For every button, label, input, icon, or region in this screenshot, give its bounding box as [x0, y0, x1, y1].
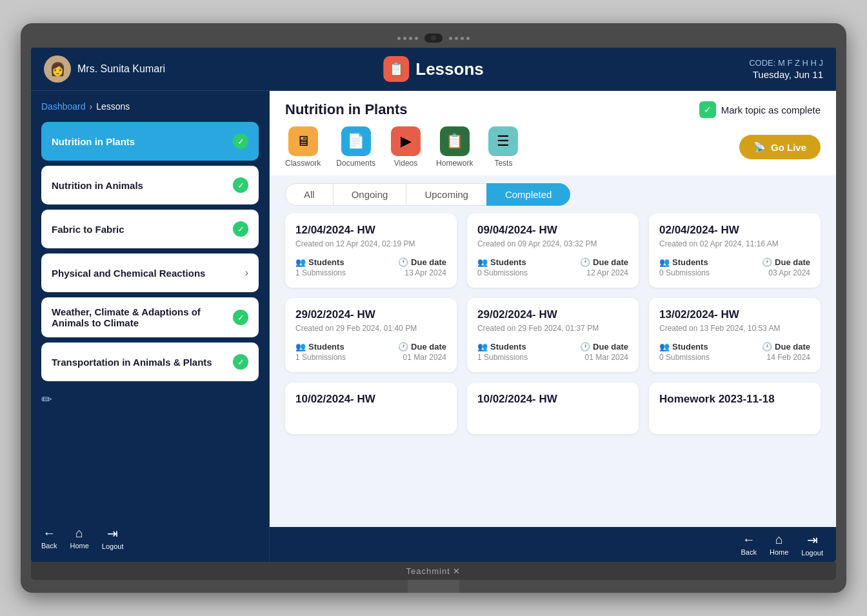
cards-area: 12/04/2024- HW Created on 12 Apr 2024, 0…: [270, 214, 836, 527]
hw-card-date: Created on 13 Feb 2024, 10:53 AM: [659, 324, 810, 333]
hw-card-bottom: 👥 Students 1 Submissions 🕐 Due date 13 A…: [295, 257, 446, 277]
content-header: Nutrition in Plants ✓ Mark topic as comp…: [270, 91, 836, 175]
sidebar-item-transportation[interactable]: Transportation in Animals & Plants ✓: [41, 343, 259, 381]
hw-card-1[interactable]: 12/04/2024- HW Created on 12 Apr 2024, 0…: [285, 214, 457, 288]
toolbar-tests[interactable]: ☰ Tests: [488, 126, 518, 168]
nav-home[interactable]: ⌂ Home: [70, 526, 88, 550]
sidebar-item-weather[interactable]: Weather, Climate & Adaptions of Animals …: [41, 297, 259, 337]
mark-complete-label: Mark topic as complete: [721, 104, 821, 115]
hw-card-bottom: 👥 Students 0 Submissions 🕐 Due date 03 A…: [659, 257, 810, 277]
due-label: 🕐 Due date: [398, 342, 446, 352]
sidebar-item-nutrition-plants[interactable]: Nutrition in Plants ✓: [41, 122, 259, 161]
videos-label: Videos: [394, 159, 417, 168]
due-date: 01 Mar 2024: [403, 353, 446, 362]
check-icon: ✓: [233, 354, 248, 370]
edit-icon: ✏: [41, 392, 52, 407]
page-title: Lessons: [415, 59, 484, 79]
hw-card-title: 02/04/2024- HW: [659, 224, 810, 237]
tests-label: Tests: [494, 159, 512, 168]
go-live-button[interactable]: 📡 Go Live: [739, 135, 821, 159]
back-arrow-icon: ←: [742, 532, 755, 547]
monitor-dot: [461, 37, 464, 40]
sidebar: Dashboard › Lessons Nutrition in Plants …: [31, 91, 270, 562]
check-icon: ✓: [233, 221, 248, 237]
teacher-name: Mrs. Sunita Kumari: [77, 63, 165, 75]
sidebar-item-nutrition-animals[interactable]: Nutrition in Animals ✓: [41, 166, 259, 204]
hw-card-3[interactable]: 02/04/2024- HW Created on 02 Apr 2024, 1…: [649, 214, 821, 288]
check-icon: ✓: [233, 310, 248, 325]
breadcrumb-dashboard[interactable]: Dashboard: [41, 101, 86, 112]
hw-students: 👥 Students 1 Submissions: [295, 257, 346, 277]
due-label: 🕐 Due date: [580, 342, 628, 352]
logout-icon: ⇥: [107, 526, 118, 541]
sidebar-item-label: Fabric to Fabric: [52, 224, 233, 235]
avatar: 👩: [44, 55, 71, 83]
hw-students: 👥 Students 0 Submissions: [659, 342, 710, 362]
toolbar-documents[interactable]: 📄 Documents: [336, 126, 375, 168]
date-text: Tuesday, Jun 11: [753, 69, 823, 80]
hw-card-date: Created on 29 Feb 2024, 01:37 PM: [477, 324, 628, 333]
hw-card-bottom: 👥 Students 0 Submissions 🕐 Due date 12 A…: [477, 257, 628, 277]
breadcrumb-separator: ›: [90, 101, 93, 112]
nav-home-label: Home: [770, 548, 788, 556]
monitor-stand: [31, 580, 836, 593]
homework-label: Homework: [436, 159, 473, 168]
toolbar-classwork[interactable]: 🖥 Classwork: [285, 126, 321, 168]
right-nav-logout[interactable]: ⇥ Logout: [801, 532, 823, 557]
toolbar: 🖥 Classwork 📄 Documents ▶ Videos: [285, 126, 821, 175]
tab-upcoming[interactable]: Upcoming: [406, 183, 487, 206]
students-label: 👥 Students: [295, 257, 346, 267]
hw-card-title: 10/02/2024- HW: [295, 393, 446, 406]
breadcrumb-current: Lessons: [96, 101, 130, 112]
sidebar-item-fabric[interactable]: Fabric to Fabric ✓: [41, 210, 259, 248]
students-label: 👥 Students: [295, 342, 346, 352]
content-bottom-nav: ← Back ⌂ Home ⇥ Logout: [270, 527, 836, 562]
tab-all[interactable]: All: [285, 183, 334, 206]
toolbar-homework[interactable]: 📋 Homework: [436, 126, 473, 168]
cards-grid: 12/04/2024- HW Created on 12 Apr 2024, 0…: [285, 214, 821, 434]
hw-card-7[interactable]: 10/02/2024- HW: [285, 383, 457, 434]
breadcrumb: Dashboard › Lessons: [41, 101, 259, 117]
hw-card-date: Created on 02 Apr 2024, 11:16 AM: [659, 239, 810, 248]
check-icon: ✓: [233, 177, 248, 193]
app-header: 👩 Mrs. Sunita Kumari 📋 Lessons CODE: M F…: [31, 48, 836, 91]
camera-lens: [431, 35, 436, 41]
hw-card-bottom: 👥 Students 1 Submissions 🕐 Due date 01 M…: [295, 342, 446, 362]
right-nav-home[interactable]: ⌂ Home: [770, 532, 788, 557]
hw-card-8[interactable]: 10/02/2024- HW: [467, 383, 639, 434]
screen: 👩 Mrs. Sunita Kumari 📋 Lessons CODE: M F…: [31, 48, 836, 562]
tab-ongoing[interactable]: Ongoing: [333, 183, 407, 206]
mark-complete-check: ✓: [699, 101, 716, 118]
hw-students: 👥 Students 1 Submissions: [477, 342, 528, 362]
camera: [424, 34, 443, 43]
tab-completed[interactable]: Completed: [486, 183, 571, 206]
hw-card-5[interactable]: 29/02/2024- HW Created on 29 Feb 2024, 0…: [467, 298, 639, 372]
hw-card-title: Homework 2023-11-18: [659, 393, 810, 406]
hw-card-4[interactable]: 29/02/2024- HW Created on 29 Feb 2024, 0…: [285, 298, 457, 372]
code-text: CODE: M F Z H H J: [749, 58, 823, 68]
sidebar-item-chemical-reactions[interactable]: Physical and Chemical Reactions ›: [41, 253, 259, 292]
header-left: 👩 Mrs. Sunita Kumari: [44, 55, 434, 83]
hw-card-title: 29/02/2024- HW: [477, 308, 628, 321]
monitor-brand-bar: Teachmint ✕: [31, 562, 836, 580]
hw-card-6[interactable]: 13/02/2024- HW Created on 13 Feb 2024, 1…: [649, 298, 821, 372]
mark-complete[interactable]: ✓ Mark topic as complete: [699, 101, 821, 118]
hw-card-9[interactable]: Homework 2023-11-18: [649, 383, 821, 434]
home-icon: ⌂: [775, 532, 783, 547]
check-icon: ✓: [233, 134, 248, 149]
nav-logout[interactable]: ⇥ Logout: [102, 526, 124, 550]
due-date: 14 Feb 2024: [767, 353, 810, 362]
hw-card-2[interactable]: 09/04/2024- HW Created on 09 Apr 2024, 0…: [467, 214, 639, 288]
content-title: Nutrition in Plants: [285, 101, 407, 118]
due-label: 🕐 Due date: [398, 257, 446, 267]
due-date: 01 Mar 2024: [585, 353, 628, 362]
right-nav-back[interactable]: ← Back: [741, 532, 757, 557]
bottom-nav: ← Back ⌂ Home ⇥ Logout: [41, 521, 259, 555]
nav-back[interactable]: ← Back: [41, 526, 57, 550]
sidebar-edit-area: ✏: [41, 386, 259, 412]
toolbar-videos[interactable]: ▶ Videos: [391, 126, 421, 168]
due-date: 13 Apr 2024: [404, 268, 446, 277]
hw-card-title: 10/02/2024- HW: [477, 393, 628, 406]
documents-label: Documents: [336, 159, 375, 168]
hw-due: 🕐 Due date 13 Apr 2024: [398, 257, 446, 277]
